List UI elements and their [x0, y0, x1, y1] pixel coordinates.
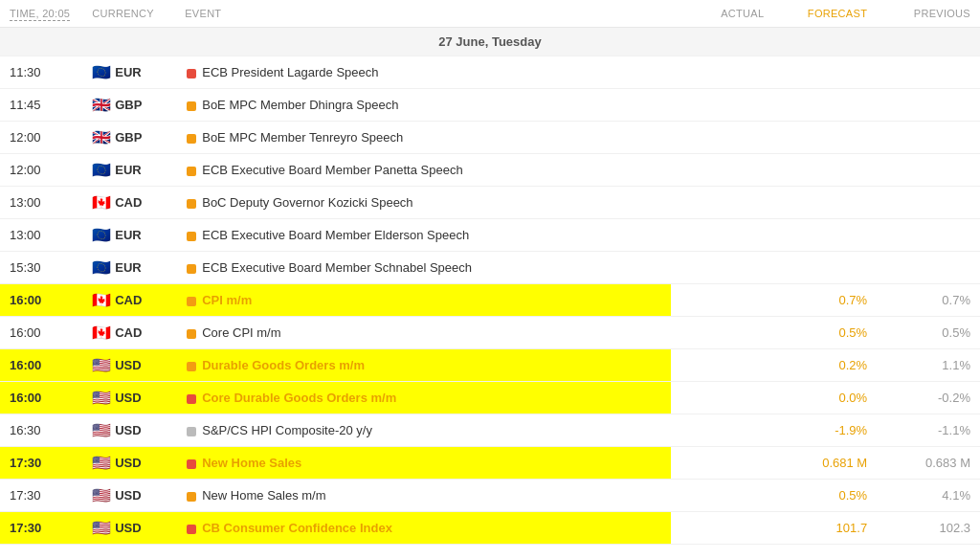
- event-previous: -1.1%: [877, 414, 980, 447]
- event-previous: 4.1%: [877, 480, 980, 512]
- forecast-header: FORECAST: [773, 0, 877, 28]
- currency-code: EUR: [115, 65, 141, 79]
- event-name: ECB President Lagarde Speech: [175, 56, 670, 89]
- event-time: 15:30: [0, 252, 82, 284]
- impact-indicator: [187, 69, 196, 78]
- event-time: 16:00: [0, 349, 82, 382]
- currency-badge: 🇪🇺EUR: [92, 63, 141, 81]
- event-time: 13:00: [0, 187, 82, 219]
- flag-icon: 🇪🇺: [92, 258, 111, 277]
- event-previous: [877, 56, 980, 89]
- currency-code: CAD: [115, 325, 142, 340]
- event-previous: [877, 122, 980, 154]
- event-forecast: 0.5%: [773, 317, 877, 349]
- flag-icon: 🇨🇦: [92, 193, 111, 212]
- currency-code: USD: [115, 423, 141, 437]
- event-name: BoE MPC Member Dhingra Speech: [175, 89, 670, 122]
- table-row: 13:00🇪🇺EURECB Executive Board Member Eld…: [0, 219, 980, 252]
- event-currency: 🇪🇺EUR: [82, 56, 175, 89]
- currency-code: CAD: [115, 195, 142, 210]
- event-previous: -0.2%: [877, 382, 980, 414]
- event-name: CPI m/m: [175, 284, 670, 317]
- event-previous: 102.3: [877, 512, 980, 545]
- table-row: 17:30🇺🇸USDNew Home Sales0.681 M0.683 M: [0, 447, 980, 480]
- event-time: 17:30: [0, 512, 82, 545]
- event-text: ECB Executive Board Member Schnabel Spee…: [202, 260, 472, 275]
- impact-indicator: [187, 329, 196, 339]
- currency-code: GBP: [115, 98, 142, 112]
- flag-icon: 🇨🇦: [92, 291, 111, 309]
- event-actual: [671, 512, 774, 545]
- impact-indicator: [187, 199, 196, 209]
- flag-icon: 🇪🇺: [92, 161, 111, 179]
- event-currency: 🇨🇦CAD: [82, 317, 175, 349]
- event-actual: [671, 349, 774, 382]
- currency-badge: 🇬🇧GBP: [92, 128, 142, 146]
- event-name: S&P/CS HPI Composite-20 y/y: [175, 414, 670, 447]
- impact-indicator: [187, 232, 196, 241]
- event-forecast: [773, 122, 877, 154]
- event-text: Core CPI m/m: [202, 325, 280, 340]
- event-actual: [671, 317, 774, 349]
- event-forecast: 0.7%: [773, 284, 877, 317]
- date-label: 27 June, Tuesday: [0, 28, 980, 56]
- currency-badge: 🇪🇺EUR: [92, 258, 141, 277]
- currency-code: EUR: [115, 260, 141, 275]
- actual-header: ACTUAL: [671, 0, 774, 28]
- impact-indicator: [187, 167, 196, 176]
- table-row: 17:30🇺🇸USDNew Home Sales m/m0.5%4.1%: [0, 480, 980, 512]
- previous-header: PREVIOUS: [877, 0, 980, 28]
- event-currency: 🇨🇦CAD: [82, 187, 175, 219]
- event-previous: [877, 89, 980, 122]
- impact-indicator: [187, 134, 196, 144]
- event-time: 16:30: [0, 414, 82, 447]
- event-actual: [671, 56, 774, 89]
- event-previous: [877, 154, 980, 187]
- event-text: ECB Executive Board Member Elderson Spee…: [202, 228, 469, 242]
- table-row: 16:30🇺🇸USDS&P/CS HPI Composite-20 y/y-1.…: [0, 414, 980, 447]
- event-time: 17:30: [0, 480, 82, 512]
- event-previous: 0.7%: [877, 284, 980, 317]
- event-time: 16:00: [0, 284, 82, 317]
- event-currency: 🇺🇸USD: [82, 447, 175, 480]
- event-forecast: 0.0%: [773, 382, 877, 414]
- table-row: 16:00🇨🇦CADCPI m/m0.7%0.7%: [0, 284, 980, 317]
- currency-code: USD: [115, 521, 141, 535]
- impact-indicator: [187, 101, 196, 111]
- event-time: 16:00: [0, 382, 82, 414]
- impact-indicator: [187, 459, 196, 469]
- event-forecast: [773, 187, 877, 219]
- currency-badge: 🇪🇺EUR: [92, 226, 141, 244]
- table-row: 16:00🇨🇦CADCore CPI m/m0.5%0.5%: [0, 317, 980, 349]
- event-currency: 🇬🇧GBP: [82, 122, 175, 154]
- event-actual: [671, 154, 774, 187]
- event-name: ECB Executive Board Member Elderson Spee…: [175, 219, 670, 252]
- event-currency: 🇪🇺EUR: [82, 219, 175, 252]
- event-text: CB Consumer Confidence Index: [202, 521, 392, 535]
- event-actual: [671, 414, 774, 447]
- currency-code: USD: [115, 391, 141, 405]
- event-forecast: [773, 56, 877, 89]
- event-name: New Home Sales: [175, 447, 670, 480]
- event-forecast: 0.5%: [773, 480, 877, 512]
- event-text: Durable Goods Orders m/m: [202, 358, 365, 372]
- currency-badge: 🇺🇸USD: [92, 454, 141, 472]
- event-actual: [671, 122, 774, 154]
- event-currency: 🇪🇺EUR: [82, 252, 175, 284]
- table-row: 11:30🇪🇺EURECB President Lagarde Speech: [0, 56, 980, 89]
- event-text: BoC Deputy Governor Kozicki Speech: [202, 195, 412, 210]
- event-previous: 0.5%: [877, 317, 980, 349]
- event-name: New Home Sales m/m: [175, 480, 670, 512]
- impact-indicator: [187, 362, 196, 371]
- event-currency: 🇺🇸USD: [82, 382, 175, 414]
- currency-code: EUR: [115, 163, 141, 177]
- event-text: Core Durable Goods Orders m/m: [202, 391, 396, 405]
- event-time: 12:00: [0, 122, 82, 154]
- event-previous: [877, 252, 980, 284]
- flag-icon: 🇺🇸: [92, 486, 111, 504]
- currency-code: USD: [115, 488, 141, 503]
- time-header: TIME, 20:05: [0, 0, 82, 28]
- date-section-row: 27 June, Tuesday: [0, 28, 980, 56]
- flag-icon: 🇨🇦: [92, 324, 111, 342]
- event-actual: [671, 252, 774, 284]
